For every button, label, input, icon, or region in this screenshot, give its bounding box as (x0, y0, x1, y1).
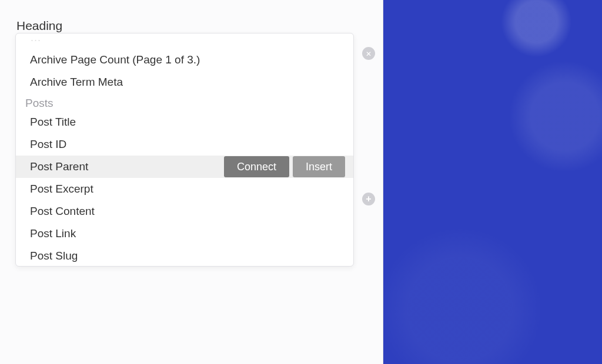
editor-panel: Heading … Archive Page Count (Page 1 of (0, 0, 383, 364)
dropdown-item-label: Post Link (30, 227, 76, 240)
dynamic-data-dropdown: … Archive Page Count (Page 1 of 3.) Arch… (15, 33, 354, 267)
connect-button[interactable]: Connect (224, 156, 289, 177)
dropdown-item-label: Post Title (30, 116, 76, 129)
dropdown-item-archive-term-meta[interactable]: Archive Term Meta (16, 71, 353, 93)
clear-button[interactable] (362, 47, 375, 60)
dropdown-item-label: Archive Page Count (Page 1 of 3.) (30, 53, 200, 66)
dropdown-item[interactable]: … (16, 33, 353, 49)
dropdown-item-archive-page-count[interactable]: Archive Page Count (Page 1 of 3.) (16, 49, 353, 71)
dropdown-item-post-link[interactable]: Post Link (16, 223, 353, 245)
dropdown-item-post-slug[interactable]: Post Slug (16, 245, 353, 267)
close-icon (366, 49, 372, 58)
plus-icon (366, 194, 371, 204)
dropdown-item-post-parent[interactable]: Post Parent Connect Insert (16, 156, 353, 178)
dropdown-item-label: … (30, 33, 41, 44)
field-label-heading: Heading (16, 19, 371, 33)
dropdown-item-post-id[interactable]: Post ID (16, 133, 353, 156)
dropdown-item-label: Post ID (30, 138, 66, 151)
add-button[interactable] (362, 193, 375, 205)
dropdown-item-label: Post Excerpt (30, 183, 93, 196)
insert-button[interactable]: Insert (293, 156, 345, 177)
dropdown-item-post-excerpt[interactable]: Post Excerpt (16, 178, 353, 200)
dropdown-item-post-title[interactable]: Post Title (16, 111, 353, 133)
dropdown-item-post-content[interactable]: Post Content (16, 200, 353, 223)
dropdown-item-label: Post Slug (30, 250, 78, 262)
dropdown-item-label: Post Parent (30, 160, 88, 173)
dropdown-group-posts: Posts (16, 93, 353, 111)
preview-panel (383, 0, 602, 364)
dropdown-item-label: Archive Term Meta (30, 76, 123, 89)
dropdown-item-label: Post Content (30, 205, 95, 218)
